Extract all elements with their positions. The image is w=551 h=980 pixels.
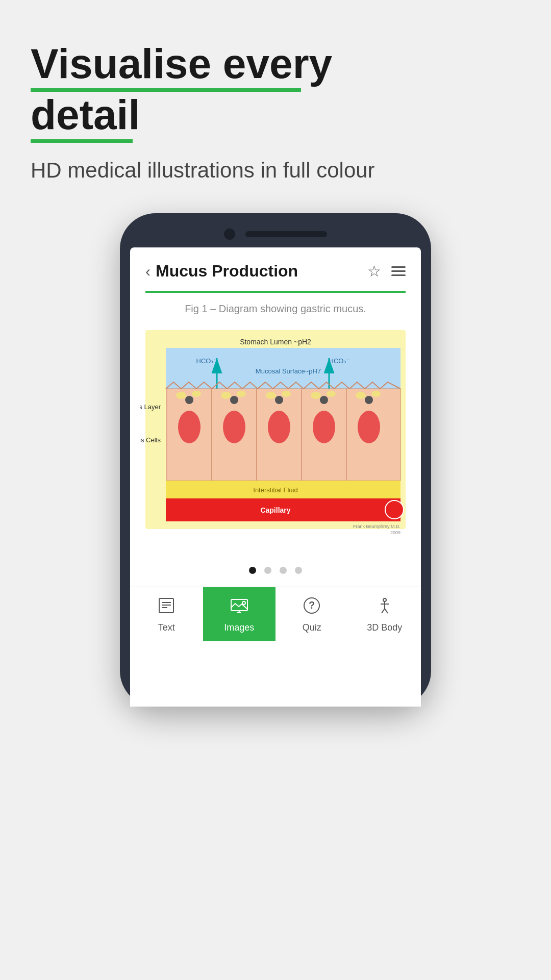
pagination-dots: [130, 551, 421, 587]
svg-point-25: [176, 392, 186, 399]
svg-text:Stomach Lumen ~pH2: Stomach Lumen ~pH2: [240, 338, 311, 346]
app-header: ‹ Mucus Production ☆: [130, 247, 421, 281]
text-nav-icon: [157, 596, 176, 619]
quiz-nav-icon: ?: [303, 596, 321, 619]
images-nav-label: Images: [224, 622, 254, 633]
pagination-dot-1[interactable]: [249, 567, 256, 574]
svg-text:HCO₃⁻: HCO₃⁻: [196, 357, 217, 365]
svg-line-50: [239, 611, 240, 612]
title-line1: Visualise every: [31, 41, 520, 92]
svg-point-31: [311, 392, 321, 399]
svg-point-14: [223, 411, 245, 443]
svg-text:Mucous Layer: Mucous Layer: [140, 403, 161, 411]
phone-container: ‹ Mucus Production ☆ Fig 1 – Diagram sho…: [0, 203, 551, 707]
svg-point-49: [242, 601, 245, 605]
nav-tab-3dbody[interactable]: 3D Body: [348, 587, 421, 641]
title-line2: detail: [31, 92, 520, 143]
svg-text:Mucous Cells: Mucous Cells: [140, 436, 161, 444]
menu-line-3: [391, 274, 406, 276]
pagination-dot-3[interactable]: [280, 567, 287, 574]
svg-text:Capillary: Capillary: [260, 506, 290, 514]
images-nav-icon: [230, 596, 248, 619]
phone-speaker: [245, 231, 327, 237]
svg-point-17: [268, 411, 290, 443]
svg-point-30: [282, 391, 291, 397]
back-arrow-icon[interactable]: ‹: [145, 263, 151, 280]
pagination-dot-2[interactable]: [264, 567, 271, 574]
3dbody-nav-icon: [375, 596, 394, 619]
nav-tab-text[interactable]: Text: [130, 587, 203, 641]
svg-point-27: [221, 392, 231, 399]
app-header-left: ‹ Mucus Production: [145, 262, 298, 281]
hamburger-menu-icon[interactable]: [391, 266, 406, 276]
app-page-title: Mucus Production: [156, 262, 298, 281]
text-nav-label: Text: [158, 622, 175, 633]
phone-camera: [224, 229, 235, 240]
mucus-diagram-svg: Stomach Lumen ~pH2 Mucosal Surface~pH7 H…: [140, 325, 411, 539]
svg-point-12: [185, 396, 193, 404]
svg-point-18: [275, 396, 283, 404]
nav-tab-quiz[interactable]: ? Quiz: [276, 587, 348, 641]
svg-point-15: [230, 396, 238, 404]
svg-point-29: [266, 392, 276, 399]
svg-point-34: [371, 391, 381, 397]
quiz-nav-label: Quiz: [303, 622, 321, 633]
menu-line-1: [391, 266, 406, 268]
subtitle: HD medical illustrations in full colour: [31, 158, 520, 183]
main-title: Visualise every detail: [31, 41, 520, 143]
svg-line-57: [382, 609, 385, 613]
svg-point-33: [356, 392, 366, 399]
svg-point-21: [320, 396, 328, 404]
pagination-dot-4[interactable]: [295, 567, 302, 574]
svg-point-24: [365, 396, 373, 404]
svg-text:Frank Beumphrey M.D.: Frank Beumphrey M.D.: [353, 524, 400, 529]
svg-point-20: [313, 411, 335, 443]
svg-line-58: [385, 609, 388, 613]
svg-point-39: [385, 500, 404, 519]
phone-screen: ‹ Mucus Production ☆ Fig 1 – Diagram sho…: [130, 247, 421, 707]
phone-top-bar: [130, 229, 421, 240]
header-section: Visualise every detail HD medical illust…: [0, 0, 551, 203]
nav-tab-images[interactable]: Images: [203, 587, 276, 641]
svg-text:?: ?: [309, 599, 315, 611]
svg-point-23: [358, 411, 380, 443]
phone-mockup: ‹ Mucus Production ☆ Fig 1 – Diagram sho…: [120, 213, 431, 707]
bottom-nav: Text Images: [130, 587, 421, 641]
menu-line-2: [391, 270, 406, 272]
svg-text:Mucosal Surface~pH7: Mucosal Surface~pH7: [256, 367, 321, 375]
app-header-right: ☆: [367, 262, 406, 280]
svg-text:Interstitial Fluid: Interstitial Fluid: [253, 486, 297, 494]
svg-point-54: [383, 598, 386, 601]
svg-point-11: [178, 411, 201, 443]
bookmark-star-icon[interactable]: ☆: [367, 262, 381, 280]
svg-point-28: [237, 391, 246, 397]
medical-illustration: Stomach Lumen ~pH2 Mucosal Surface~pH7 H…: [130, 320, 421, 551]
svg-text:HCO₃⁻: HCO₃⁻: [329, 357, 350, 365]
svg-text:2009: 2009: [390, 530, 400, 535]
svg-point-26: [192, 391, 201, 397]
3dbody-nav-label: 3D Body: [367, 622, 402, 633]
figure-caption: Fig 1 – Diagram showing gastric mucus.: [130, 293, 421, 320]
svg-point-32: [327, 391, 336, 397]
